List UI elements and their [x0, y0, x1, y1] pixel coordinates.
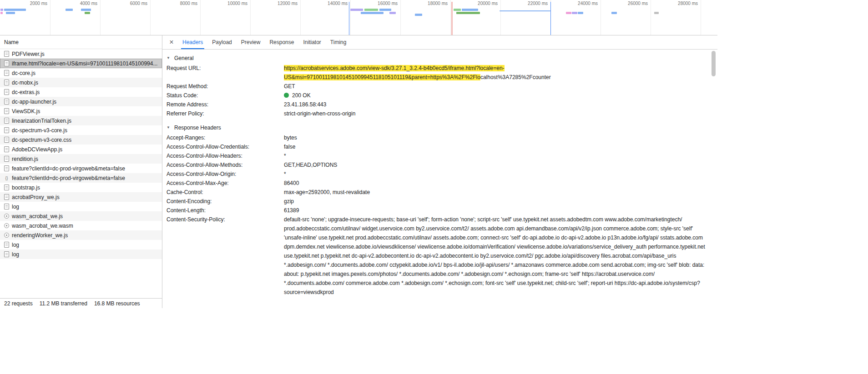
request-name: dc-core.js: [12, 70, 35, 76]
waterfall-bar: [364, 9, 378, 11]
header-value: strict-origin-when-cross-origin: [284, 109, 706, 118]
request-row[interactable]: dc-mobx.js: [0, 78, 162, 87]
request-row[interactable]: rendition.js: [0, 154, 162, 164]
waterfall-bar: [415, 14, 422, 16]
section-title-text: Response Headers: [174, 125, 221, 131]
header-row: Content-Security-Policy:default-src 'non…: [167, 215, 706, 297]
tab-headers[interactable]: Headers: [178, 35, 207, 49]
ruler-tick-label: 16000 ms: [378, 1, 398, 6]
script-file-icon: [4, 146, 9, 152]
waterfall-bar: [0, 12, 3, 14]
header-value: gzip: [284, 197, 706, 206]
ruler-tick-label: 12000 ms: [278, 1, 298, 6]
waterfall-bar: [66, 9, 73, 11]
header-row: Content-Length:61389: [167, 206, 706, 215]
close-details-button[interactable]: ×: [165, 35, 178, 49]
worker-file-icon: [4, 213, 9, 219]
request-row[interactable]: dc-core.js: [0, 68, 162, 78]
ruler-tick-label: 22000 ms: [528, 1, 548, 6]
header-name: Cache-Control:: [167, 188, 284, 197]
header-row: Request Method:GET: [167, 82, 706, 91]
request-name: log: [12, 242, 19, 248]
details-scrollbar[interactable]: [710, 50, 717, 308]
header-value: 61389: [284, 206, 706, 215]
ruler-gridline: [350, 0, 351, 35]
request-row[interactable]: dc-spectrum-v3-core.css: [0, 135, 162, 145]
header-row: Access-Control-Max-Age:86400: [167, 179, 706, 188]
header-name: Content-Encoding:: [167, 197, 284, 206]
request-row[interactable]: dc-extras.js: [0, 87, 162, 97]
ruler-tick-label: 6000 ms: [130, 1, 147, 6]
script-file-icon: [4, 108, 9, 114]
header-row: Accept-Ranges:bytes: [167, 133, 706, 142]
request-name: ViewSDK.js: [12, 108, 40, 115]
scrollbar-thumb[interactable]: [712, 51, 716, 76]
url-search-highlight: https://acrobatservices.adobe.com/view-s…: [284, 65, 505, 80]
request-name: AdobeDCViewApp.js: [12, 146, 62, 153]
tab-timing[interactable]: Timing: [326, 35, 351, 49]
ruler-gridline: [500, 0, 501, 35]
transferred-size: 11.2 MB transferred: [40, 300, 87, 307]
request-name: acrobatProxy_we.js: [12, 194, 60, 200]
tab-payload[interactable]: Payload: [207, 35, 236, 49]
ruler-gridline: [701, 0, 701, 35]
waterfall-bar: [566, 12, 571, 14]
waterfall-bar: [85, 12, 90, 14]
request-name: dc-spectrum-v3-core.js: [12, 127, 67, 134]
sidebar-filler: [0, 259, 162, 298]
request-row[interactable]: wasm_acrobat_we.wasm: [0, 221, 162, 230]
header-name: Content-Security-Policy:: [167, 215, 284, 297]
name-column-header[interactable]: Name: [0, 35, 162, 49]
script-file-icon: [4, 80, 9, 85]
header-value: https://acrobatservices.adobe.com/view-s…: [284, 64, 706, 82]
request-name: log: [12, 204, 19, 210]
tab-response[interactable]: Response: [265, 35, 298, 49]
request-row[interactable]: acrobatProxy_we.js: [0, 192, 162, 202]
request-row[interactable]: log: [0, 249, 162, 259]
request-row[interactable]: wasm_acrobat_we.js: [0, 211, 162, 221]
request-row[interactable]: ViewSDK.js: [0, 106, 162, 116]
value-text: bytes: [284, 135, 297, 141]
header-value: default-src 'none'; upgrade-insecure-req…: [284, 215, 706, 297]
waterfall-bar: [654, 12, 659, 14]
waterfall-bar: [462, 9, 478, 11]
resources-size: 16.8 MB resources: [94, 300, 140, 307]
request-row[interactable]: dc-spectrum-v3-core.js: [0, 125, 162, 135]
tab-preview[interactable]: Preview: [237, 35, 265, 49]
request-row[interactable]: PDFViewer.js: [0, 49, 162, 59]
request-row[interactable]: linearizationTrialToken.js: [0, 116, 162, 125]
request-row[interactable]: renderingWorker_we.js: [0, 230, 162, 240]
request-row[interactable]: bootstrap.js: [0, 183, 162, 192]
request-row[interactable]: log: [0, 202, 162, 211]
event-marker-line: [349, 2, 349, 35]
request-row[interactable]: iframe.html?locale=en-US&msi=97100111981…: [0, 59, 162, 68]
tab-bar: × HeadersPayloadPreviewResponseInitiator…: [162, 35, 717, 50]
section-header-general[interactable]: ▼General: [167, 52, 706, 64]
devtools-network-panel: 2000 ms4000 ms6000 ms8000 ms10000 ms1200…: [0, 0, 717, 308]
request-row[interactable]: log: [0, 240, 162, 249]
tab-initiator[interactable]: Initiator: [298, 35, 325, 49]
request-details-pane: × HeadersPayloadPreviewResponseInitiator…: [162, 35, 717, 308]
timeline-overview[interactable]: 2000 ms4000 ms6000 ms8000 ms10000 ms1200…: [0, 0, 717, 35]
wasm-file-icon: [4, 223, 9, 229]
request-list: PDFViewer.jsiframe.html?locale=en-US&msi…: [0, 49, 162, 259]
request-row[interactable]: feature?clientId=dc-prod-virgoweb&meta=f…: [0, 164, 162, 173]
request-name: linearizationTrialToken.js: [12, 118, 71, 124]
status-ok-icon: [284, 93, 289, 98]
request-row[interactable]: {}feature?clientId=dc-prod-virgoweb&meta…: [0, 173, 162, 183]
value-text: 61389: [284, 207, 299, 214]
network-main: Name PDFViewer.jsiframe.html?locale=en-U…: [0, 35, 717, 308]
ruler-gridline: [601, 0, 601, 35]
ruler-gridline: [100, 0, 101, 35]
document-file-icon: [4, 251, 9, 257]
ruler-gridline: [250, 0, 251, 35]
header-row: Cache-Control:max-age=2592000, must-reva…: [167, 188, 706, 197]
request-row[interactable]: dc-app-launcher.js: [0, 97, 162, 106]
header-value: bytes: [284, 133, 706, 142]
disclosure-triangle-icon: ▼: [167, 56, 171, 60]
request-row[interactable]: AdobeDCViewApp.js: [0, 145, 162, 154]
disclosure-triangle-icon: ▼: [167, 125, 171, 130]
page: { "colors": { "accent": "#1a73e8", "sear…: [0, 0, 868, 374]
ruler-tick-label: 24000 ms: [578, 1, 598, 6]
section-header-response-headers[interactable]: ▼Response Headers: [167, 122, 706, 133]
